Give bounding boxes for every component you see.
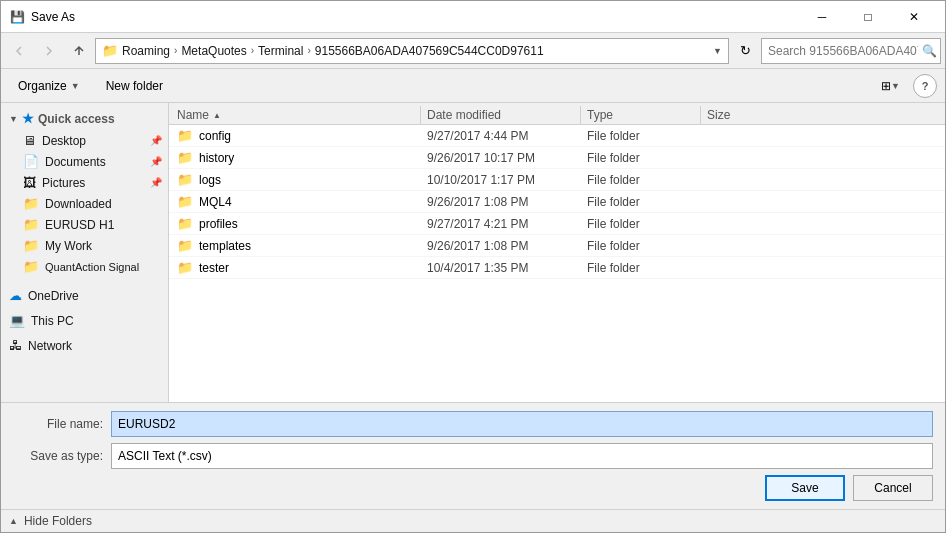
quick-access-header[interactable]: ▼ ★ Quick access: [1, 107, 168, 130]
breadcrumb-terminal[interactable]: Terminal: [258, 44, 303, 58]
file-cell-date: 9/26/2017 1:08 PM: [421, 237, 581, 255]
downloaded-icon: 📁: [23, 196, 39, 211]
sort-asc-icon: ▲: [213, 111, 221, 120]
file-row[interactable]: 📁 history 9/26/2017 10:17 PM File folder: [169, 147, 945, 169]
file-cell-date: 9/26/2017 10:17 PM: [421, 149, 581, 167]
organize-button[interactable]: Organize ▼: [9, 74, 89, 98]
file-name-text: config: [199, 129, 231, 143]
file-row[interactable]: 📁 config 9/27/2017 4:44 PM File folder: [169, 125, 945, 147]
chevron-down-icon: ▼: [71, 81, 80, 91]
sidebar-item-mywork[interactable]: 📁 My Work: [1, 235, 168, 256]
file-row[interactable]: 📁 tester 10/4/2017 1:35 PM File folder: [169, 257, 945, 279]
sidebar-item-documents[interactable]: 📄 Documents 📌: [1, 151, 168, 172]
file-cell-name: 📁 logs: [171, 170, 421, 189]
file-cell-type: File folder: [581, 127, 701, 145]
cancel-button[interactable]: Cancel: [853, 475, 933, 501]
filename-label: File name:: [13, 417, 103, 431]
file-cell-type: File folder: [581, 149, 701, 167]
filetype-select[interactable]: ASCII Text (*.csv): [111, 443, 933, 469]
forward-button[interactable]: [35, 37, 63, 65]
file-list-header: Name ▲ Date modified Type Size: [169, 103, 945, 125]
sidebar-label-onedrive: OneDrive: [28, 289, 79, 303]
filetype-row: Save as type: ASCII Text (*.csv): [13, 443, 933, 469]
pin-icon-3: 📌: [150, 177, 162, 188]
col-header-size[interactable]: Size: [701, 106, 781, 124]
main-content: ▼ ★ Quick access 🖥 Desktop 📌 📄 Documents…: [1, 103, 945, 402]
sidebar-item-desktop[interactable]: 🖥 Desktop 📌: [1, 130, 168, 151]
file-row[interactable]: 📁 MQL4 9/26/2017 1:08 PM File folder: [169, 191, 945, 213]
file-name-text: history: [199, 151, 234, 165]
save-button[interactable]: Save: [765, 475, 845, 501]
file-cell-name: 📁 config: [171, 126, 421, 145]
chevron-up-icon: ▲: [9, 516, 18, 526]
folder-icon: 📁: [177, 172, 193, 187]
up-button[interactable]: [65, 37, 93, 65]
file-cell-size: [701, 266, 781, 270]
title-text: Save As: [31, 10, 75, 24]
close-button[interactable]: ✕: [891, 1, 937, 33]
maximize-button[interactable]: □: [845, 1, 891, 33]
sidebar-item-pictures[interactable]: 🖼 Pictures 📌: [1, 172, 168, 193]
sidebar-item-network[interactable]: 🖧 Network: [1, 335, 168, 356]
new-folder-button[interactable]: New folder: [97, 74, 172, 98]
file-cell-name: 📁 MQL4: [171, 192, 421, 211]
file-cell-size: [701, 134, 781, 138]
file-cell-date: 9/27/2017 4:21 PM: [421, 215, 581, 233]
view-button[interactable]: ⊞ ▼: [876, 74, 905, 98]
file-list: 📁 config 9/27/2017 4:44 PM File folder 📁…: [169, 125, 945, 402]
quick-access-label: Quick access: [38, 112, 115, 126]
sidebar-label-thispc: This PC: [31, 314, 74, 328]
quantaction-icon: 📁: [23, 259, 39, 274]
file-name-text: logs: [199, 173, 221, 187]
documents-icon: 📄: [23, 154, 39, 169]
file-cell-date: 10/4/2017 1:35 PM: [421, 259, 581, 277]
file-name-text: MQL4: [199, 195, 232, 209]
search-box: 🔍: [761, 38, 941, 64]
file-cell-size: [701, 178, 781, 182]
breadcrumb-metaquotes[interactable]: MetaQuotes: [181, 44, 246, 58]
sidebar-item-thispc[interactable]: 💻 This PC: [1, 310, 168, 331]
hide-folders-label: Hide Folders: [24, 514, 92, 528]
sidebar-label-downloaded: Downloaded: [45, 197, 112, 211]
file-name-text: profiles: [199, 217, 238, 231]
toolbar: Organize ▼ New folder ⊞ ▼ ?: [1, 69, 945, 103]
file-cell-date: 9/27/2017 4:44 PM: [421, 127, 581, 145]
expand-icon: ▼: [9, 114, 18, 124]
sidebar-label-pictures: Pictures: [42, 176, 85, 190]
col-header-date[interactable]: Date modified: [421, 106, 581, 124]
col-header-type[interactable]: Type: [581, 106, 701, 124]
file-cell-type: File folder: [581, 215, 701, 233]
breadcrumb-roaming[interactable]: Roaming: [122, 44, 170, 58]
breadcrumb-hash[interactable]: 915566BA06ADA407569C544CC0D97611: [315, 44, 544, 58]
sidebar-item-downloaded[interactable]: 📁 Downloaded: [1, 193, 168, 214]
file-cell-name: 📁 profiles: [171, 214, 421, 233]
thispc-icon: 💻: [9, 313, 25, 328]
file-row[interactable]: 📁 logs 10/10/2017 1:17 PM File folder: [169, 169, 945, 191]
sidebar-label-network: Network: [28, 339, 72, 353]
refresh-button[interactable]: ↻: [731, 37, 759, 65]
file-row[interactable]: 📁 templates 9/26/2017 1:08 PM File folde…: [169, 235, 945, 257]
file-row[interactable]: 📁 profiles 9/27/2017 4:21 PM File folder: [169, 213, 945, 235]
help-button[interactable]: ?: [913, 74, 937, 98]
bottom-bar: File name: Save as type: ASCII Text (*.c…: [1, 402, 945, 509]
sidebar-item-quantaction[interactable]: 📁 QuantAction Signal: [1, 256, 168, 277]
folder-icon: 📁: [177, 128, 193, 143]
folder-icon: 📁: [177, 260, 193, 275]
sidebar-item-eurusd[interactable]: 📁 EURUSD H1: [1, 214, 168, 235]
hide-folders-row[interactable]: ▲ Hide Folders: [1, 509, 945, 532]
sidebar-item-onedrive[interactable]: ☁ OneDrive: [1, 285, 168, 306]
folder-icon: 📁: [177, 150, 193, 165]
pin-icon: 📌: [150, 135, 162, 146]
new-folder-label: New folder: [106, 79, 163, 93]
file-cell-type: File folder: [581, 171, 701, 189]
back-button[interactable]: [5, 37, 33, 65]
file-cell-size: [701, 156, 781, 160]
title-bar: 💾 Save As ─ □ ✕: [1, 1, 945, 33]
search-input[interactable]: [768, 44, 918, 58]
filename-input[interactable]: [111, 411, 933, 437]
title-bar-left: 💾 Save As: [9, 9, 75, 25]
minimize-button[interactable]: ─: [799, 1, 845, 33]
breadcrumb-bar[interactable]: 📁 Roaming › MetaQuotes › Terminal › 9155…: [95, 38, 729, 64]
desktop-icon: 🖥: [23, 133, 36, 148]
col-header-name[interactable]: Name ▲: [171, 106, 421, 124]
